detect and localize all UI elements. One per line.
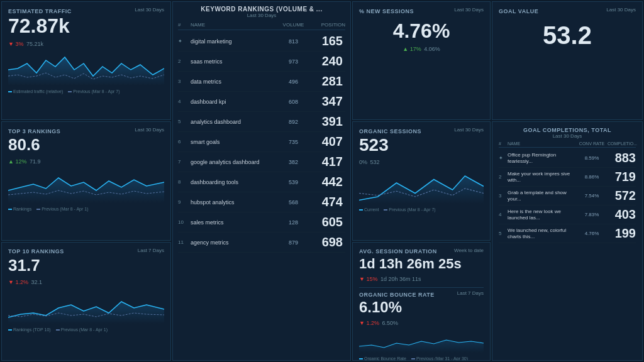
- kw-volume: 496: [276, 79, 311, 85]
- new-sessions-change-abs: 4.06%: [424, 46, 440, 52]
- kw-num: 3: [178, 79, 191, 84]
- gc-rows: ✦ Office pup Remington fearlessly... 8.5…: [499, 149, 636, 243]
- kw-num: 6: [178, 139, 191, 145]
- kw-name: sales metrics: [191, 219, 276, 226]
- traffic-change-abs: 75.21k: [26, 41, 43, 47]
- new-sessions-value: 4.76%: [359, 20, 484, 42]
- keyword-row: 11 agency metrics 879 698: [178, 233, 345, 253]
- gc-name: We launched new, colorful charts this...: [508, 228, 576, 239]
- gc-title: GOAL COMPLETIONS, TOTAL: [499, 127, 636, 133]
- kw-volume: 128: [276, 219, 311, 226]
- gc-num: ✦: [499, 155, 508, 161]
- keyword-row: 4 dashboard kpi 608 347: [178, 92, 345, 112]
- gc-value: 719: [608, 170, 636, 184]
- top10-value: 31.7: [8, 256, 164, 275]
- kw-num: 5: [178, 119, 191, 124]
- keywords-subtitle: Last 30 Days: [178, 13, 345, 18]
- kw-num: 2: [178, 58, 191, 64]
- avg-session-period: Week to date: [454, 248, 484, 253]
- top10-legend: Rankings (TOP 10) Previous (Mar 8 - Apr …: [8, 327, 164, 332]
- kw-name: data metrics: [191, 79, 276, 85]
- keyword-row: 3 data metrics 496 281: [178, 72, 345, 92]
- gc-name: Grab a template and show your...: [508, 190, 576, 202]
- kw-position: 347: [311, 94, 345, 109]
- keywords-title: KEYWORD RANKINGS (VOLUME & ...: [178, 6, 345, 13]
- top10-chart: [8, 289, 164, 324]
- kw-name: hubspot analytics: [191, 199, 276, 206]
- kw-name: saas metrics: [191, 58, 276, 65]
- traffic-value: 72.87k: [8, 15, 164, 37]
- gc-name: Make your work impres sive with...: [508, 171, 576, 183]
- top3-change-abs: 71.9: [30, 158, 41, 165]
- kw-volume: 735: [276, 139, 311, 145]
- keyword-row: 2 saas metrics 973 240: [178, 52, 345, 72]
- kw-position: 442: [311, 175, 345, 189]
- top10-period: Last 7 Days: [138, 248, 164, 253]
- gc-subtitle: Last 30 Days: [499, 133, 636, 139]
- organic-sessions-period: Last 30 Days: [454, 127, 484, 133]
- keyword-row: 7 google analytics dashboard 382 417: [178, 152, 345, 172]
- kw-num: 9: [178, 199, 191, 205]
- kw-position: 391: [311, 114, 345, 129]
- goal-value-number: 53.2: [499, 21, 636, 50]
- top3-period: Last 30 Days: [135, 127, 164, 133]
- kw-num: ✦: [178, 38, 191, 44]
- kw-volume: 973: [276, 58, 311, 65]
- kw-volume: 539: [276, 179, 311, 185]
- organic-sessions-chart: [359, 169, 484, 204]
- top3-legend: Rankings Previous (Mar 8 - Apr 1): [8, 207, 164, 211]
- top3-chart: [8, 168, 164, 203]
- traffic-legend: Estimated traffic (relative) Previous (M…: [8, 89, 164, 94]
- top3-value: 80.6: [8, 135, 164, 155]
- keyword-row: ✦ digital marketing 813 165: [178, 31, 345, 52]
- kw-name: google analytics dashboard: [191, 159, 276, 165]
- top10-rankings-panel: TOP 10 RANKINGS Last 7 Days 31.7 ▼ 1.2% …: [1, 242, 171, 361]
- kw-num: 10: [178, 219, 191, 225]
- organic-sessions-change-pct: 0%: [359, 159, 367, 165]
- keyword-rankings-panel: KEYWORD RANKINGS (VOLUME & ... Last 30 D…: [172, 1, 351, 361]
- kw-position: 474: [311, 195, 345, 209]
- keyword-row: 5 analytics dashboard 892 391: [178, 112, 345, 132]
- avg-session-change-pct: ▼ 15%: [359, 276, 377, 282]
- keyword-row: 9 hubspot analytics 568 474: [178, 192, 345, 212]
- svg-marker-3: [359, 176, 484, 204]
- gc-num: 5: [499, 231, 508, 236]
- estimated-traffic-panel: ESTIMATED TRAFFIC Last 30 Days 72.87k ▼ …: [1, 1, 171, 120]
- top3-title: TOP 3 RANKINGS: [8, 128, 60, 134]
- goal-value-panel: GOAL VALUE Last 30 Days 53.2: [492, 1, 643, 120]
- gc-rate: 7.54%: [576, 193, 608, 199]
- kw-num: 11: [178, 239, 191, 245]
- avg-session-panel: AVG. SESSION DURATION Week to date 1d 13…: [352, 242, 491, 361]
- svg-marker-1: [8, 178, 164, 203]
- kw-volume: 892: [276, 119, 311, 125]
- kw-position: 240: [311, 54, 345, 69]
- kw-volume: 608: [276, 99, 311, 105]
- gc-name: Office pup Remington fearlessly...: [508, 152, 576, 164]
- new-sessions-change-pct: ▲ 17%: [402, 46, 421, 52]
- gc-row: 5 We launched new, colorful charts this.…: [499, 224, 636, 243]
- keywords-rows: ✦ digital marketing 813 165 2 saas metri…: [178, 31, 345, 253]
- gc-rate: 8.86%: [576, 174, 608, 180]
- keyword-row: 8 dashboarding tools 539 442: [178, 172, 345, 192]
- kw-volume: 879: [276, 239, 311, 246]
- gc-num: 4: [499, 212, 508, 217]
- keyword-row: 6 smart goals 735 407: [178, 132, 345, 152]
- traffic-change-pct: ▼ 3%: [8, 41, 23, 47]
- gc-rate: 4.76%: [576, 231, 608, 236]
- top10-change-abs: 32.1: [31, 279, 42, 285]
- kw-name: smart goals: [191, 139, 276, 145]
- keyword-row: 10 sales metrics 128 605: [178, 212, 345, 233]
- kw-position: 605: [311, 215, 345, 229]
- organic-sessions-value: 523: [359, 135, 484, 155]
- gc-row: 2 Make your work impres sive with... 8.8…: [499, 168, 636, 187]
- gc-num: 2: [499, 174, 508, 180]
- kw-name: analytics dashboard: [191, 119, 276, 125]
- new-sessions-title: % NEW SESSIONS: [359, 8, 414, 14]
- top3-change-pct: ▲ 12%: [8, 158, 26, 165]
- kw-num: 8: [178, 179, 191, 185]
- new-sessions-panel: % NEW SESSIONS Last 30 Days 4.76% ▲ 17% …: [352, 1, 491, 120]
- gc-name: Here is the new look we launched las...: [508, 209, 576, 221]
- organic-sessions-legend: Current Previous (Mar 8 - Apr 7): [359, 207, 484, 212]
- gc-row: 4 Here is the new look we launched las..…: [499, 206, 636, 224]
- kw-name: dashboard kpi: [191, 99, 276, 105]
